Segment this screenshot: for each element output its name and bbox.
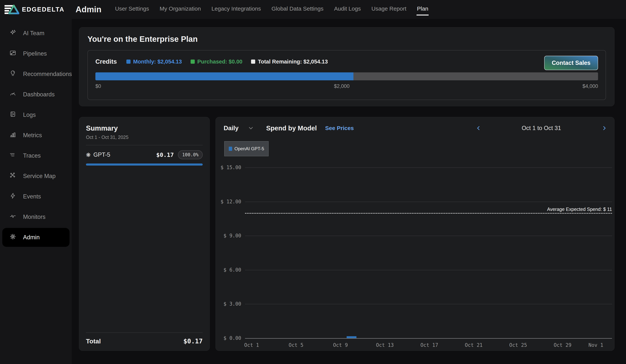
series-label: OpenAI GPT-5 xyxy=(235,146,264,151)
sidebar-item-label: Service Map xyxy=(23,173,56,180)
tab-usage-report[interactable]: Usage Report xyxy=(371,3,407,15)
credits-scale: $0 $2,000 $4,000 xyxy=(95,83,598,89)
tab-audit-logs[interactable]: Audit Logs xyxy=(334,3,361,15)
spend-bar[interactable] xyxy=(347,336,356,338)
main-content: You're on the Enterprise Plan Credits Mo… xyxy=(72,19,626,364)
total-remaining-swatch-icon xyxy=(251,60,255,64)
monthly-swatch-icon xyxy=(126,60,130,64)
spend-by-model-card: Daily Spend by Model See Prices Oct 1 to… xyxy=(216,117,615,351)
logo-wordmark: EDGEDELTA xyxy=(22,6,65,13)
page-title: Admin xyxy=(76,5,101,14)
trace-lines-icon xyxy=(9,152,16,160)
pulse-icon xyxy=(9,213,16,221)
sidebar-item-pipelines[interactable]: Pipelines xyxy=(2,44,70,63)
summary-title: Summary xyxy=(86,124,203,132)
y-gridline xyxy=(245,167,612,168)
network-icon xyxy=(9,172,16,180)
tab-global-data-settings[interactable]: Global Data Settings xyxy=(271,3,324,15)
divider xyxy=(86,145,203,145)
credits-legend-total-remaining: Total Remaining: $2,054.13 xyxy=(251,59,328,65)
sidebar-item-label: Monitors xyxy=(23,214,45,220)
sidebar-item-ai-team[interactable]: AI Team xyxy=(2,24,70,43)
credits-legend-purchased: Purchased: $0.00 xyxy=(191,59,242,65)
date-range-label: Oct 1 to Oct 31 xyxy=(482,125,601,131)
sidebar-item-admin[interactable]: Admin xyxy=(2,228,70,247)
tab-my-organization[interactable]: My Organization xyxy=(159,3,201,15)
x-axis-tick: Oct 9 xyxy=(333,342,348,348)
y-axis-tick: $ 9.00 xyxy=(213,233,241,239)
lightbulb-icon xyxy=(9,70,16,78)
sidebar-item-monitors[interactable]: Monitors xyxy=(2,207,70,226)
credits-legend-monthly: Monthly: $2,054.13 xyxy=(126,59,182,65)
sidebar-item-label: Traces xyxy=(23,152,41,159)
sidebar-item-label: Dashboards xyxy=(23,91,55,98)
contact-sales-button[interactable]: Contact Sales xyxy=(544,56,598,70)
date-range-nav: Oct 1 to Oct 31 xyxy=(475,125,607,131)
y-axis-tick: $ 3.00 xyxy=(213,301,241,307)
edgedelta-logo[interactable]: EDGEDELTA xyxy=(0,4,67,14)
sidebar-item-label: Pipelines xyxy=(23,50,47,57)
lightning-icon xyxy=(9,192,16,201)
purchased-label: Purchased: $0.00 xyxy=(197,59,242,65)
model-row-gpt5[interactable]: ❋ GPT-5 $0.17 100.0% xyxy=(86,150,203,159)
total-remaining-label: Total Remaining: $2,054.13 xyxy=(258,59,328,65)
scale-min: $0 xyxy=(95,83,101,89)
pipeline-icon xyxy=(9,49,16,58)
tab-user-settings[interactable]: User Settings xyxy=(115,3,149,15)
sidebar-item-label: Admin xyxy=(23,234,40,241)
y-axis-tick: $ 6.00 xyxy=(213,267,241,273)
credits-progress-track xyxy=(95,72,598,80)
plan-title: You're on the Enterprise Plan xyxy=(87,35,606,44)
interval-dropdown[interactable]: Daily xyxy=(224,124,254,132)
sidebar-item-label: Recommendations xyxy=(23,71,72,78)
tab-plan[interactable]: Plan xyxy=(417,3,429,15)
y-gridline xyxy=(245,236,612,236)
scale-mid: $2,000 xyxy=(334,83,350,89)
credits-box: Credits Monthly: $2,054.13 Purchased: $0… xyxy=(87,50,606,100)
x-axis-tick: Oct 13 xyxy=(376,342,394,348)
chart-title: Spend by Model xyxy=(266,124,317,132)
sidebar-item-service-map[interactable]: Service Map xyxy=(2,167,70,186)
chart-legend-openai-gpt5[interactable]: OpenAI GPT-5 xyxy=(224,141,269,156)
y-gridline xyxy=(245,202,612,202)
scale-max: $4,000 xyxy=(582,83,598,89)
sidebar-item-logs[interactable]: Logs xyxy=(2,105,70,124)
see-prices-link[interactable]: See Prices xyxy=(325,125,354,131)
bar-chart-icon xyxy=(9,131,16,139)
sidebar-item-dashboards[interactable]: Dashboards xyxy=(2,85,70,104)
chevron-right-icon[interactable] xyxy=(601,125,607,131)
sidebar-item-recommendations[interactable]: Recommendations xyxy=(2,65,70,83)
sidebar-item-events[interactable]: Events xyxy=(2,187,70,206)
header-tabs: User Settings My Organization Legacy Int… xyxy=(115,3,429,15)
divider xyxy=(86,332,203,333)
credits-label: Credits xyxy=(95,58,117,65)
total-label: Total xyxy=(86,338,101,345)
x-axis-tick: Oct 21 xyxy=(465,342,483,348)
model-percent-badge: 100.0% xyxy=(178,150,203,159)
openai-icon: ❋ xyxy=(86,152,91,158)
sidebar-item-label: Metrics xyxy=(23,132,42,139)
purchased-swatch-icon xyxy=(191,60,195,64)
sidebar-item-label: Events xyxy=(23,193,41,200)
average-expected-spend-line: Average Expected Spend: $ 11 xyxy=(245,213,612,214)
x-axis-tick: Oct 5 xyxy=(289,342,303,348)
summary-date-range: Oct 1 - Oct 31, 2025 xyxy=(86,135,203,140)
enterprise-plan-card: You're on the Enterprise Plan Credits Mo… xyxy=(79,27,615,106)
series-swatch-icon xyxy=(229,147,232,151)
model-bar-track xyxy=(86,163,203,165)
credits-progress-fill xyxy=(95,72,353,80)
sidebar-item-label: Logs xyxy=(23,112,36,118)
sidebar-item-metrics[interactable]: Metrics xyxy=(2,126,70,145)
y-gridline xyxy=(245,338,612,339)
sidebar: AI Team Pipelines Recommendations Dashbo… xyxy=(0,19,72,364)
interval-value: Daily xyxy=(224,124,238,132)
chevron-left-icon[interactable] xyxy=(475,125,482,131)
y-gridline xyxy=(245,304,612,304)
gauge-icon xyxy=(9,90,16,99)
tab-legacy-integrations[interactable]: Legacy Integrations xyxy=(211,3,261,15)
y-gridline xyxy=(245,270,612,270)
sidebar-item-traces[interactable]: Traces xyxy=(2,146,70,165)
x-axis-tick: Oct 17 xyxy=(421,342,438,348)
top-bar: EDGEDELTA Admin User Settings My Organiz… xyxy=(0,0,626,19)
delta-triangle-icon xyxy=(8,4,19,14)
